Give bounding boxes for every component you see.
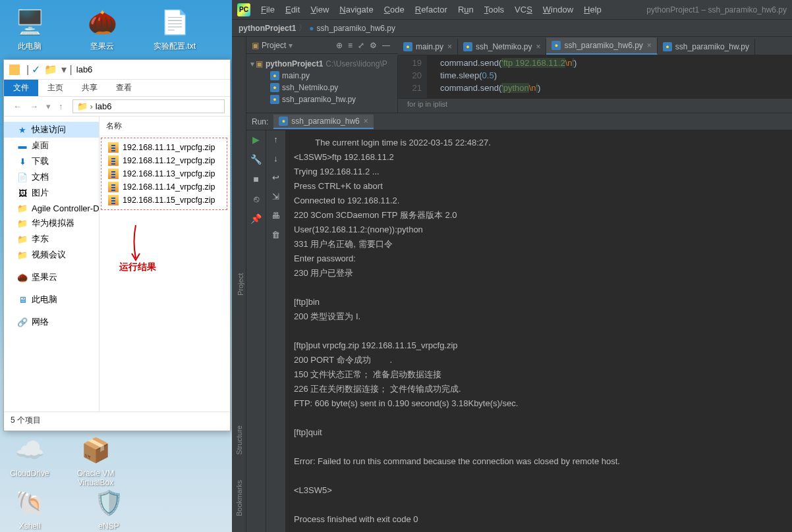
python-file-icon: ● <box>270 71 279 80</box>
tree-file[interactable]: ●ssh_paramiko_hw.py <box>246 93 397 105</box>
gear-icon[interactable]: ⚙ <box>370 41 377 50</box>
menu-refactor[interactable]: Refactor <box>411 3 451 16</box>
menu-edit[interactable]: Edit <box>281 3 304 16</box>
sidebar-item-folder[interactable]: 📁Agile Controller-D <box>4 201 99 215</box>
column-header-name[interactable]: 名称 <box>99 117 230 136</box>
target-icon[interactable]: ⊕ <box>336 41 343 50</box>
sidebar-item-folder[interactable]: 📁视频会议 <box>4 247 99 263</box>
tab-share[interactable]: 共享 <box>72 80 107 96</box>
editor-tab-active[interactable]: ●ssh_paramiko_hw6.py× <box>546 38 657 55</box>
menu-help[interactable]: Help <box>580 3 606 16</box>
close-icon[interactable]: × <box>647 41 652 50</box>
output-line: 200 类型设置为 I. <box>294 309 784 324</box>
tab-file[interactable]: 文件 <box>4 80 38 96</box>
zip-icon <box>108 195 119 205</box>
collapse-icon[interactable]: ≡ <box>348 41 353 50</box>
python-file-icon: ● <box>552 41 561 50</box>
sidebar-item-documents[interactable]: 📄文档 <box>4 169 99 185</box>
nav-fwd-icon[interactable]: → <box>30 101 38 111</box>
breadcrumb-file[interactable]: ssh_paramiko_hw6.py <box>317 24 395 33</box>
sidebar-item-folder[interactable]: 📁李东 <box>4 231 99 247</box>
tab-view[interactable]: 查看 <box>107 80 141 96</box>
run-icon[interactable]: ▶ <box>252 134 260 145</box>
menu-view[interactable]: View <box>306 3 333 16</box>
desktop-icon-thispc[interactable]: 🖥️ 此电脑 <box>7 7 53 52</box>
tree-file[interactable]: ●main.py <box>246 70 397 82</box>
nav-back-icon[interactable]: ← <box>13 101 22 111</box>
icon-label: eNSP <box>98 521 119 531</box>
menu-tools[interactable]: Tools <box>480 3 508 16</box>
pycharm-body: Project ▣ Project ▾ ⊕ ≡ ⤢ ⚙ — <box>232 37 792 532</box>
tab-home[interactable]: 主页 <box>38 80 72 96</box>
code-area[interactable]: 19 20 21 command.send('ftp 192.168.11.2\… <box>398 55 792 98</box>
close-icon[interactable]: × <box>364 117 368 126</box>
output-line: FTP: 606 byte(s) sent in 0.190 second(s)… <box>294 396 784 411</box>
sidebar-quick-access[interactable]: ★ 快速访问 <box>4 122 99 138</box>
desktop-icon-ensp[interactable]: 🛡️ eNSP <box>86 487 132 531</box>
menu-file[interactable]: File <box>257 3 279 16</box>
file-row[interactable]: 192.168.11.13_vrpcfg.zip <box>101 167 227 180</box>
output-line <box>294 440 784 454</box>
editor-tab[interactable]: ●ssh_paramiko_hw.py <box>658 39 755 55</box>
sidebar-item-nutstore[interactable]: 🌰坚果云 <box>4 269 99 285</box>
file-row[interactable]: 192.168.11.15_vrpcfg.zip <box>101 194 227 207</box>
sidebar-item-thispc[interactable]: 🖥此电脑 <box>4 292 99 307</box>
file-row[interactable]: 192.168.11.11_vrpcfg.zip <box>101 141 227 154</box>
tree-file[interactable]: ●ssh_Netmiko.py <box>246 82 397 93</box>
desktop-icon-txt[interactable]: 📄 实验配置.txt <box>152 7 198 52</box>
file-row[interactable]: 192.168.11.14_vrpcfg.zip <box>101 180 227 194</box>
sidebar-item-pictures[interactable]: 🖼图片 <box>4 185 99 201</box>
menu-window[interactable]: Window <box>539 3 577 16</box>
titlebar-check-icon[interactable]: ✓ <box>32 63 40 76</box>
ribbon-tabs: 文件 主页 共享 查看 <box>4 80 230 97</box>
trash-icon[interactable]: 🗑 <box>271 230 280 240</box>
run-tab[interactable]: ● ssh_paramiko_hw6 × <box>273 115 373 129</box>
folder-icon: 📁 <box>17 218 28 228</box>
tool-structure-tab[interactable]: Structure <box>235 423 243 458</box>
tree-root[interactable]: ▾ ▣ pythonProject1 C:\Users\lidong\P <box>246 58 397 70</box>
close-icon[interactable]: × <box>536 42 540 51</box>
desktop-icon-nutstore[interactable]: 🌰 坚果云 <box>79 7 125 52</box>
editor-tab[interactable]: ●ssh_Netmiko.py× <box>458 39 546 55</box>
expand-icon[interactable]: ⤢ <box>358 41 364 50</box>
shield-icon: 🛡️ <box>93 487 125 519</box>
file-row[interactable]: 192.168.11.12_vrpcfg.zip <box>101 154 227 167</box>
run-output[interactable]: The current login time is 2022-03-15 22:… <box>286 130 792 532</box>
desktop-icon-virtualbox[interactable]: 📦 Oracle VM VirtualBox <box>72 435 119 487</box>
hide-icon[interactable]: — <box>382 41 390 50</box>
menu-navigate[interactable]: Navigate <box>335 3 377 16</box>
address-bar[interactable]: 📁 › lab6 <box>72 99 225 113</box>
exit-icon[interactable]: ⎋ <box>254 194 259 204</box>
box-icon: 📦 <box>80 435 111 466</box>
pin-icon[interactable]: 📌 <box>250 213 262 224</box>
sidebar-item-downloads[interactable]: ⬇下载 <box>4 153 99 169</box>
wrench-icon[interactable]: 🔧 <box>250 154 262 165</box>
computer-icon: 🖥️ <box>14 7 45 38</box>
code-breadcrumb[interactable]: for ip in iplist <box>398 98 792 113</box>
menu-code[interactable]: Code <box>380 3 409 16</box>
tool-bookmarks-tab[interactable]: Bookmarks <box>235 477 243 519</box>
stop-icon[interactable]: ■ <box>253 174 258 184</box>
code-editor[interactable]: 19 20 21 command.send('ftp 192.168.11.2\… <box>398 55 792 113</box>
editor-tab[interactable]: ●main.py× <box>398 39 458 55</box>
sidebar-item-desktop[interactable]: ▬桌面 <box>4 138 99 153</box>
sidebar-item-network[interactable]: 🔗网络 <box>4 314 99 330</box>
down-icon[interactable]: ↓ <box>273 153 278 163</box>
nav-down-icon[interactable]: ▾ <box>46 101 51 111</box>
wrap-icon[interactable]: ↩ <box>272 173 279 182</box>
print-icon[interactable]: 🖶 <box>271 211 280 221</box>
menu-vcs[interactable]: VCS <box>511 3 536 16</box>
desktop-icon-clouddrive[interactable]: ☁️ CloudDrive <box>7 435 53 487</box>
desktop-icon-xshell[interactable]: 🐚 Xshell <box>7 487 53 531</box>
run-label: Run: <box>252 117 268 126</box>
shell-icon: 🐚 <box>14 487 45 519</box>
scroll-icon[interactable]: ⇲ <box>272 192 279 201</box>
close-icon[interactable]: × <box>447 42 452 51</box>
folder-icon <box>9 65 20 75</box>
nav-up-icon[interactable]: ↑ <box>59 101 63 111</box>
up-icon[interactable]: ↑ <box>273 134 278 144</box>
sidebar-item-folder[interactable]: 📁华为模拟器 <box>4 215 99 231</box>
desktop-icons-row2: ☁️ CloudDrive 📦 Oracle VM VirtualBox <box>7 435 119 487</box>
menu-run[interactable]: Run <box>454 3 478 16</box>
breadcrumb-project[interactable]: pythonProject1 <box>239 24 296 33</box>
